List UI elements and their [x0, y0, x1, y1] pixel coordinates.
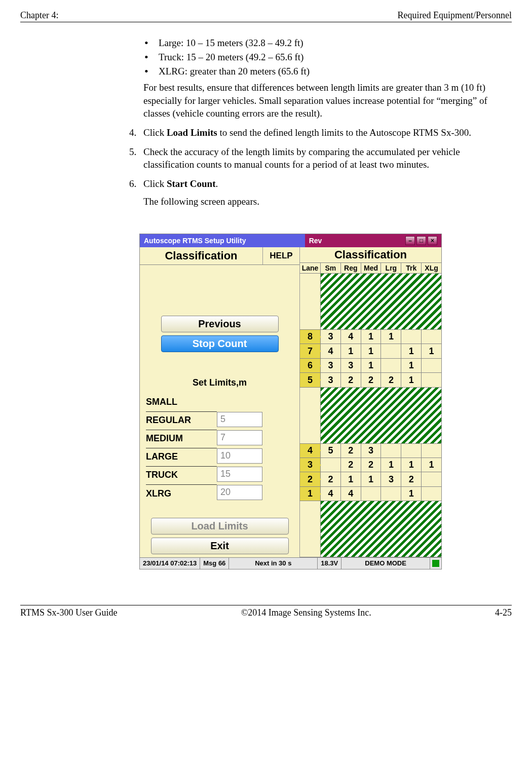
- column-headers: Lane Sm Reg Med Lrg Trk XLg: [300, 263, 441, 274]
- grid-cell: 1: [401, 359, 422, 372]
- grid-cell: 2: [341, 373, 361, 387]
- limit-label: REGULAR: [146, 411, 217, 430]
- table-row: 532221: [300, 373, 441, 387]
- hatch-region: [321, 274, 441, 329]
- status-volt: 18.3V: [318, 558, 341, 569]
- grid-cell: [422, 373, 441, 387]
- table-row: 83411: [300, 330, 441, 344]
- list-item: Large: 10 – 15 meters (32.8 – 49.2 ft): [144, 37, 504, 49]
- limit-label: XLRG: [146, 484, 217, 503]
- limit-input-xlrg[interactable]: [217, 485, 262, 500]
- table-row: 221132: [300, 472, 441, 486]
- grid-cell: 1: [422, 344, 441, 358]
- step-6: Click Start Count. The following screen …: [129, 177, 504, 208]
- grid-cell: 2: [401, 472, 422, 486]
- header-left: Chapter 4:: [20, 10, 58, 21]
- stop-count-button[interactable]: Stop Count: [161, 335, 279, 352]
- grid-cell: 1: [381, 458, 401, 472]
- grid-cell: 1: [401, 487, 422, 501]
- lane-cell: 1: [300, 487, 321, 501]
- grid-cell: 3: [321, 359, 341, 372]
- left-panel-title: Classification: [140, 247, 262, 264]
- grid-cell: 1: [381, 330, 401, 344]
- status-msg: Msg 66: [200, 558, 229, 569]
- limit-input-medium[interactable]: [217, 430, 262, 445]
- grid-cell: 2: [341, 444, 361, 458]
- status-time: 23/01/14 07:02:13: [140, 558, 200, 569]
- grid-cell: [422, 472, 441, 486]
- help-button[interactable]: HELP: [262, 247, 299, 264]
- grid-cell: 1: [422, 458, 441, 472]
- grid-cell: 3: [321, 330, 341, 344]
- status-mode: DEMO MODE: [341, 558, 430, 569]
- grid-cell: [422, 330, 441, 344]
- grid-cell: 4: [341, 330, 361, 344]
- grid-cell: [381, 344, 401, 358]
- lane-cell: 3: [300, 458, 321, 472]
- grid-cell: 2: [341, 458, 361, 472]
- grid-cell: 1: [361, 359, 382, 372]
- status-lamp-icon: [432, 560, 439, 567]
- lane-cell: 8: [300, 330, 321, 344]
- bullet-list: Large: 10 – 15 meters (32.8 – 49.2 ft) T…: [129, 37, 504, 77]
- grid-cell: [361, 487, 382, 501]
- hatch-region: [321, 388, 441, 443]
- table-row: 4523: [300, 444, 441, 458]
- classification-grid: 8341174111163311532221452332211122113214…: [300, 274, 441, 557]
- grid-cell: 4: [321, 487, 341, 501]
- grid-cell: [321, 458, 341, 472]
- grid-cell: 2: [361, 458, 382, 472]
- footer-left: RTMS Sx-300 User Guide: [20, 607, 117, 618]
- limit-input-regular[interactable]: [217, 412, 262, 427]
- list-item: Truck: 15 – 20 meters (49.2 – 65.6 ft): [144, 52, 504, 63]
- grid-cell: [381, 359, 401, 372]
- grid-cell: 1: [401, 373, 422, 387]
- titlebar-left: Autoscope RTMS Setup Utility: [140, 234, 305, 247]
- right-panel-title: Classification: [300, 247, 441, 263]
- grid-cell: 2: [361, 373, 382, 387]
- header-right: Required Equipment/Personnel: [398, 10, 512, 21]
- lane-cell: 2: [300, 472, 321, 486]
- step-6-note: The following screen appears.: [143, 195, 504, 208]
- table-row: [300, 501, 441, 557]
- paragraph: For best results, ensure that difference…: [129, 81, 504, 120]
- grid-cell: [381, 444, 401, 458]
- grid-cell: [422, 487, 441, 501]
- footer-right: 4-25: [495, 607, 512, 618]
- step-5: Check the accuracy of the length limits …: [129, 145, 504, 171]
- grid-cell: 1: [401, 458, 422, 472]
- minimize-icon[interactable]: –: [405, 236, 415, 245]
- grid-cell: 1: [361, 344, 382, 358]
- limit-input-large[interactable]: [217, 448, 262, 464]
- grid-cell: 1: [341, 344, 361, 358]
- titlebar-right: Rev – □ ×: [305, 234, 441, 247]
- limits-grid: SMALL REGULAR MEDIUM LARGE TRUCK XLRG: [140, 393, 299, 503]
- grid-cell: [381, 487, 401, 501]
- previous-button[interactable]: Previous: [161, 316, 279, 332]
- lane-cell: 4: [300, 444, 321, 458]
- set-limits-label: Set Limits,m: [140, 377, 299, 388]
- maximize-icon[interactable]: □: [416, 236, 426, 245]
- grid-cell: 2: [381, 373, 401, 387]
- limit-label: SMALL: [146, 393, 217, 412]
- grid-cell: 4: [341, 487, 361, 501]
- table-row: 63311: [300, 359, 441, 373]
- limit-label: MEDIUM: [146, 430, 217, 448]
- table-row: [300, 388, 441, 444]
- load-limits-button[interactable]: Load Limits: [151, 518, 289, 535]
- exit-button[interactable]: Exit: [151, 538, 289, 554]
- table-row: 1441: [300, 487, 441, 501]
- table-row: [300, 274, 441, 330]
- hatch-region: [321, 501, 441, 557]
- limit-input-truck[interactable]: [217, 467, 262, 482]
- app-window: Autoscope RTMS Setup Utility Rev – □ × C…: [139, 234, 442, 569]
- status-next: Next in 30 s: [229, 558, 318, 569]
- status-bar: 23/01/14 07:02:13 Msg 66 Next in 30 s 18…: [140, 557, 441, 569]
- grid-cell: 1: [361, 472, 382, 486]
- grid-cell: 1: [401, 344, 422, 358]
- close-icon[interactable]: ×: [428, 236, 437, 245]
- grid-cell: [422, 444, 441, 458]
- grid-cell: 3: [361, 444, 382, 458]
- table-row: 741111: [300, 344, 441, 358]
- grid-cell: [401, 444, 422, 458]
